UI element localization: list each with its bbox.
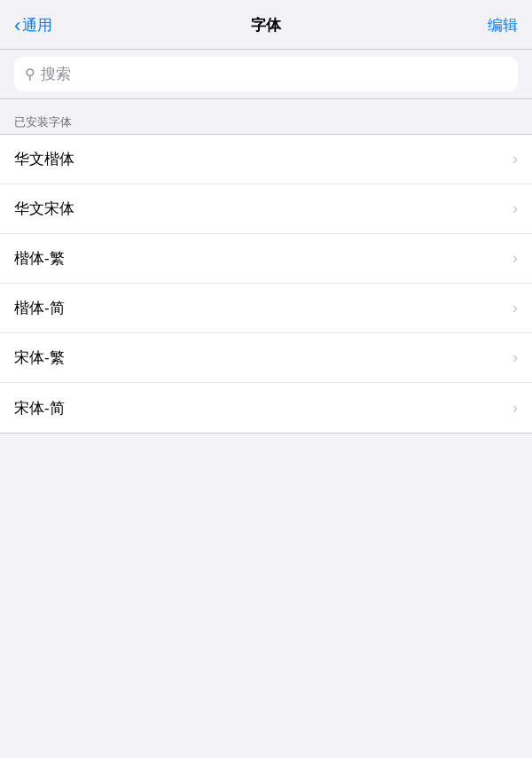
navigation-bar: ‹ 通用 字体 编辑 — [0, 0, 532, 50]
section-bg — [0, 99, 532, 108]
chevron-left-icon: ‹ — [14, 16, 20, 35]
list-item[interactable]: 楷体-繁› — [0, 234, 532, 284]
back-button[interactable]: ‹ 通用 — [14, 15, 85, 35]
page-title: 字体 — [85, 15, 447, 35]
chevron-right-icon: › — [512, 299, 518, 317]
chevron-right-icon: › — [512, 348, 518, 367]
edit-button[interactable]: 编辑 — [447, 15, 518, 35]
chevron-right-icon: › — [512, 150, 518, 168]
section-header-text: 已安装字体 — [14, 115, 72, 129]
list-item[interactable]: 楷体-简› — [0, 284, 532, 333]
list-item[interactable]: 华文楷体› — [0, 135, 532, 184]
chevron-right-icon: › — [512, 249, 518, 268]
back-label: 通用 — [22, 15, 52, 35]
search-placeholder: 搜索 — [41, 64, 71, 84]
font-name-label: 宋体-繁 — [14, 348, 65, 368]
list-item[interactable]: 宋体-简› — [0, 383, 532, 433]
font-name-label: 楷体-繁 — [14, 248, 65, 269]
search-bar[interactable]: ⚲ 搜索 — [14, 57, 518, 91]
section-header: 已安装字体 — [0, 108, 532, 134]
chevron-right-icon: › — [512, 399, 518, 418]
bottom-area — [0, 434, 532, 758]
font-name-label: 华文楷体 — [14, 149, 74, 169]
font-name-label: 楷体-简 — [14, 298, 65, 318]
font-name-label: 宋体-简 — [14, 398, 65, 418]
search-container: ⚲ 搜索 — [0, 50, 532, 98]
list-item[interactable]: 宋体-繁› — [0, 333, 532, 383]
fonts-list: 华文楷体›华文宋体›楷体-繁›楷体-简›宋体-繁›宋体-简› — [0, 134, 532, 434]
search-icon: ⚲ — [25, 66, 35, 82]
font-name-label: 华文宋体 — [14, 199, 74, 219]
chevron-right-icon: › — [512, 199, 518, 218]
list-item[interactable]: 华文宋体› — [0, 184, 532, 234]
